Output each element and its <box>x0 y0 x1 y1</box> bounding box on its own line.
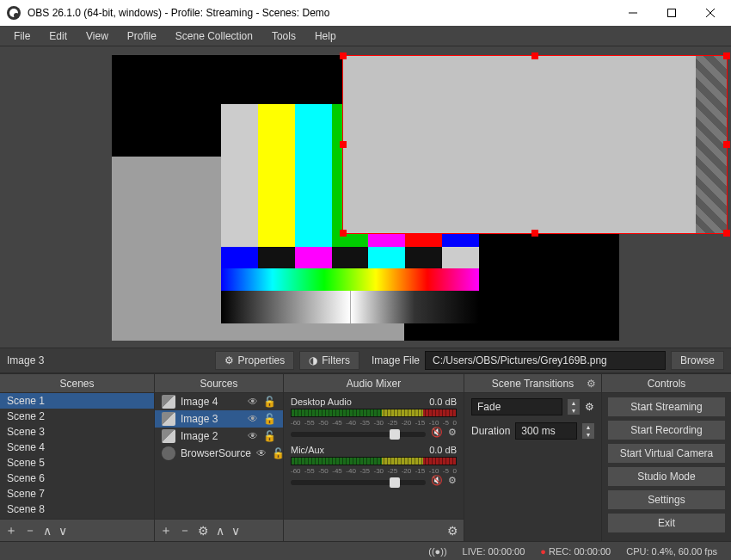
scene-item[interactable]: Scene 2 <box>0 409 154 424</box>
visibility-toggle[interactable]: 👁 <box>248 396 258 408</box>
channel-db: 0.0 dB <box>429 397 457 407</box>
control-start-virtual-camera[interactable]: Start Virtual Camera <box>607 443 726 464</box>
menu-file[interactable]: File <box>5 28 39 45</box>
scene-item[interactable]: Scene 7 <box>0 486 154 502</box>
resize-handle-w[interactable] <box>340 141 347 148</box>
properties-button[interactable]: ⚙ Properties <box>215 351 295 370</box>
source-label: Image 4 <box>181 396 243 408</box>
source-down-button[interactable]: ∨ <box>231 524 240 538</box>
add-scene-button[interactable]: ＋ <box>5 523 17 538</box>
channel-settings-button[interactable]: ⚙ <box>448 427 457 438</box>
preview-area[interactable] <box>0 46 731 348</box>
image-icon <box>162 412 175 426</box>
sources-dock: Sources Image 4👁🔓Image 3👁🔓Image 2👁🔓Brows… <box>155 374 284 541</box>
source-item[interactable]: Image 4👁🔓 <box>155 393 283 410</box>
source-item[interactable]: BrowserSource👁🔓 <box>155 445 283 462</box>
resize-handle-e[interactable] <box>723 141 730 148</box>
scene-item[interactable]: Scene 8 <box>0 502 154 517</box>
mixer-channel: Mic/Aux0.0 dB-60-55-50-45-40-35-30-25-20… <box>284 441 464 489</box>
channel-db: 0.0 dB <box>429 445 457 455</box>
live-time: LIVE: 00:00:00 <box>463 546 525 557</box>
visibility-toggle[interactable]: 👁 <box>248 413 258 425</box>
scene-item[interactable]: Scene 5 <box>0 455 154 471</box>
source-item[interactable]: Image 3👁🔓 <box>155 410 283 428</box>
duration-label: Duration <box>471 425 510 437</box>
trans-up[interactable]: ▴ <box>568 399 580 407</box>
channel-settings-button[interactable]: ⚙ <box>448 475 457 486</box>
add-source-button[interactable]: ＋ <box>160 523 172 538</box>
filters-icon: ◑ <box>309 354 317 366</box>
resize-handle-sw[interactable] <box>340 230 347 237</box>
mixer-channel: Desktop Audio0.0 dB-60-55-50-45-40-35-30… <box>284 393 464 441</box>
remove-scene-button[interactable]: － <box>24 523 36 538</box>
source-image3-selected[interactable] <box>342 55 728 234</box>
titlebar: OBS 26.1.0 (64-bit, windows) - Profile: … <box>0 0 731 26</box>
scene-item[interactable]: Scene 4 <box>0 440 154 455</box>
dur-up[interactable]: ▴ <box>582 423 594 431</box>
resize-handle-n[interactable] <box>531 52 538 59</box>
control-start-streaming[interactable]: Start Streaming <box>607 397 726 417</box>
control-start-recording[interactable]: Start Recording <box>607 420 726 440</box>
scenes-list[interactable]: Scene 1Scene 2Scene 3Scene 4Scene 5Scene… <box>0 393 154 519</box>
lock-toggle[interactable]: 🔓 <box>263 413 276 425</box>
trans-down[interactable]: ▾ <box>568 407 580 415</box>
selected-source-label: Image 3 <box>7 354 44 366</box>
control-settings[interactable]: Settings <box>607 489 726 510</box>
menu-profile[interactable]: Profile <box>119 28 165 45</box>
transitions-settings-button[interactable]: ⚙ <box>587 378 596 390</box>
scene-item[interactable]: Scene 3 <box>0 424 154 440</box>
resize-handle-nw[interactable] <box>340 52 347 59</box>
browse-button[interactable]: Browse <box>671 351 724 370</box>
visibility-toggle[interactable]: 👁 <box>248 430 258 442</box>
maximize-button[interactable] <box>652 0 691 26</box>
scene-item[interactable]: Scene 1 <box>0 393 154 409</box>
source-up-button[interactable]: ∧ <box>216 524 224 538</box>
volume-slider[interactable] <box>291 432 426 437</box>
menu-scene-collection[interactable]: Scene Collection <box>167 28 261 45</box>
source-item[interactable]: Image 2👁🔓 <box>155 428 283 445</box>
sources-list[interactable]: Image 4👁🔓Image 3👁🔓Image 2👁🔓BrowserSource… <box>155 393 283 519</box>
resize-handle-s[interactable] <box>531 230 538 237</box>
close-button[interactable] <box>691 0 729 26</box>
volume-slider[interactable] <box>291 480 426 485</box>
image-file-path[interactable]: C:/Users/OBS/Pictures/Grey169B.png <box>425 351 666 370</box>
image-file-label: Image File <box>372 354 420 366</box>
resize-handle-se[interactable] <box>723 230 730 237</box>
filters-button[interactable]: ◑ Filters <box>299 351 359 370</box>
source-label: BrowserSource <box>181 447 251 459</box>
scene-down-button[interactable]: ∨ <box>58 524 67 538</box>
scene-item[interactable]: Scene 6 <box>0 471 154 486</box>
image-icon <box>162 395 175 409</box>
control-studio-mode[interactable]: Studio Mode <box>607 466 726 487</box>
visibility-toggle[interactable]: 👁 <box>256 447 267 459</box>
mute-button[interactable]: 🔇 <box>431 475 443 486</box>
lock-toggle[interactable]: 🔓 <box>263 396 276 408</box>
resize-handle-ne[interactable] <box>723 52 730 59</box>
lock-toggle[interactable]: 🔓 <box>272 447 283 459</box>
minimize-button[interactable] <box>613 0 652 26</box>
mixer-header: Audio Mixer <box>284 374 464 393</box>
globe-icon <box>162 446 175 460</box>
gear-icon: ⚙ <box>224 354 234 366</box>
transition-type-select[interactable]: Fade <box>471 398 562 415</box>
menu-help[interactable]: Help <box>306 28 345 45</box>
cpu-fps: CPU: 0.4%, 60.00 fps <box>626 546 717 557</box>
duration-input[interactable]: 300 ms <box>515 422 577 440</box>
remove-source-button[interactable]: － <box>179 523 191 538</box>
lock-toggle[interactable]: 🔓 <box>263 430 276 442</box>
scene-up-button[interactable]: ∧ <box>43 524 52 538</box>
source-properties-button[interactable]: ⚙ <box>198 524 209 538</box>
mute-button[interactable]: 🔇 <box>431 427 443 438</box>
control-exit[interactable]: Exit <box>607 513 726 533</box>
channel-name: Desktop Audio <box>291 397 352 407</box>
menu-view[interactable]: View <box>77 28 117 45</box>
menu-edit[interactable]: Edit <box>40 28 76 45</box>
status-bar: ((●)) LIVE: 00:00:00 ● REC: 00:00:00 CPU… <box>0 541 731 560</box>
menu-tools[interactable]: Tools <box>263 28 304 45</box>
preview-canvas <box>112 55 619 341</box>
rec-time: REC: 00:00:00 <box>549 546 611 557</box>
scenes-dock: Scenes Scene 1Scene 2Scene 3Scene 4Scene… <box>0 374 155 541</box>
transition-gear-icon[interactable]: ⚙ <box>585 401 594 413</box>
mixer-settings-button[interactable]: ⚙ <box>447 524 458 538</box>
dur-down[interactable]: ▾ <box>582 431 594 439</box>
